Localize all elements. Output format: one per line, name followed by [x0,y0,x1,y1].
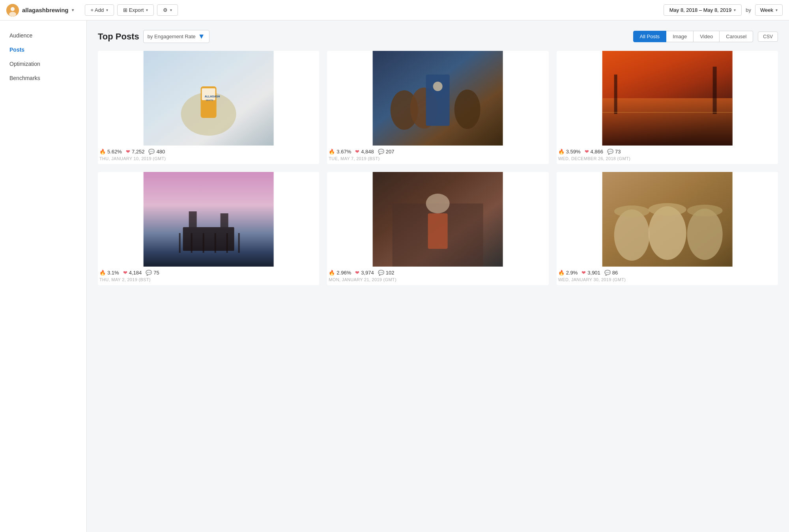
post-card[interactable]: 🔥 3.59% ❤ 4,866 💬 73 WED, DECEMBER 26, 2… [557,51,778,164]
comments-value: 73 [615,149,621,155]
engagement-stat: 🔥 2.9% [558,270,578,276]
fire-icon: 🔥 [558,149,565,155]
comment-icon: 💬 [607,149,613,155]
heart-icon: ❤ [585,149,589,155]
brand-caret: ▾ [72,8,74,12]
post-image-wrapper [98,172,319,267]
post-image-wrapper [557,51,778,146]
likes-value: 3,901 [587,270,600,276]
main-content: Top Posts by Engagement Rate ▼ All Posts… [87,21,789,532]
brand-area[interactable]: allagashbrewing ▾ [6,4,74,17]
engagement-stat: 🔥 3.1% [99,270,119,276]
sidebar-item-posts[interactable]: Posts [0,43,86,57]
comments-value: 86 [612,270,618,276]
post-stats: 🔥 2.9% ❤ 3,901 💬 86 [557,267,778,276]
heart-icon: ❤ [355,149,359,155]
post-date: TUE, MAY 7, 2019 (BST) [327,155,548,164]
tab-carousel[interactable]: Carousel [720,31,753,42]
csv-export-button[interactable]: CSV [758,32,778,42]
comments-stat: 💬 73 [607,149,621,155]
svg-rect-26 [203,233,204,253]
engagement-value: 5.62% [107,149,122,155]
week-selector[interactable]: Week ▾ [755,4,783,16]
post-image-wrapper [557,172,778,267]
brand-name: allagashbrewing [22,7,69,13]
engagement-stat: 🔥 5.62% [99,149,122,155]
comment-icon: 💬 [378,149,384,155]
svg-rect-25 [191,233,193,253]
topnav-right: May 8, 2018 – May 8, 2019 ▾ by Week ▾ [664,4,783,16]
post-card[interactable]: 🔥 3.67% ❤ 4,848 💬 207 TUE, MAY 7, 2019 (… [327,51,548,164]
tab-image[interactable]: Image [666,31,694,42]
svg-point-40 [687,205,722,217]
svg-point-2 [9,12,16,17]
svg-rect-17 [614,75,617,114]
post-date: THU, JANUARY 10, 2019 (GMT) [98,155,319,164]
sidebar-item-optimization[interactable]: Optimization [0,57,86,71]
post-card[interactable]: 🔥 3.1% ❤ 4,184 💬 75 THU, MAY 2, 2019 (BS… [98,172,319,285]
engagement-stat: 🔥 3.67% [329,149,351,155]
topnav-actions: + Add ▾ ⊞ Export ▾ ⚙ ▾ [85,4,178,16]
engagement-value: 3.59% [566,149,581,155]
heart-icon: ❤ [123,270,127,276]
main-layout: Audience Posts Optimization Benchmarks T… [0,21,789,532]
filter-caret: ▼ [198,32,205,41]
post-date: THU, MAY 2, 2019 (BST) [98,276,319,285]
likes-value: 4,866 [591,149,604,155]
sidebar-item-audience[interactable]: Audience [0,28,86,43]
likes-stat: ❤ 4,184 [123,270,142,276]
post-stats: 🔥 3.67% ❤ 4,848 💬 207 [327,146,548,155]
svg-rect-20 [144,172,274,267]
svg-point-39 [648,203,686,216]
engagement-stat: 🔥 3.59% [558,149,581,155]
likes-value: 4,184 [129,270,142,276]
comment-icon: 💬 [604,270,611,276]
fire-icon: 🔥 [99,149,106,155]
svg-point-14 [433,82,443,91]
engagement-value: 3.1% [107,270,119,276]
filter-tabs-group: All Posts Image Video Carousel [633,31,753,42]
page-title: Top Posts [98,32,139,42]
svg-rect-29 [238,233,240,253]
avatar [6,4,19,17]
sidebar-item-benchmarks[interactable]: Benchmarks [0,71,86,85]
svg-rect-33 [428,213,448,249]
date-range-picker[interactable]: May 8, 2018 – May 8, 2019 ▾ [664,4,742,16]
heart-icon: ❤ [355,270,359,276]
comments-value: 102 [386,270,394,276]
svg-text:ALLAGASH: ALLAGASH [205,95,220,98]
tab-all-posts[interactable]: All Posts [633,31,667,42]
likes-stat: ❤ 3,901 [581,270,600,276]
likes-value: 7,252 [132,149,145,155]
heart-icon: ❤ [126,149,130,155]
comments-value: 480 [156,149,165,155]
post-card[interactable]: 🔥 2.9% ❤ 3,901 💬 86 WED, JANUARY 30, 201… [557,172,778,285]
post-date: MON, JANUARY 21, 2019 (GMT) [327,276,548,285]
engagement-stat: 🔥 2.96% [329,270,351,276]
comments-value: 207 [386,149,394,155]
comments-stat: 💬 207 [378,149,394,155]
posts-grid: ALLAGASH WHITE 🔥 5.62% ❤ 7,252 💬 480 THU… [98,51,778,285]
likes-stat: ❤ 3,974 [355,270,374,276]
tab-video[interactable]: Video [694,31,720,42]
comments-stat: 💬 480 [148,149,165,155]
post-stats: 🔥 5.62% ❤ 7,252 💬 480 [98,146,319,155]
export-button[interactable]: ⊞ Export ▾ [117,4,154,16]
add-button[interactable]: + Add ▾ [85,4,114,16]
post-date: WED, JANUARY 30, 2019 (GMT) [557,276,778,285]
svg-rect-28 [226,233,228,253]
date-range-label: May 8, 2018 – May 8, 2019 [669,7,732,13]
svg-rect-18 [712,67,716,114]
svg-point-1 [11,7,15,11]
post-card[interactable]: ALLAGASH WHITE 🔥 5.62% ❤ 7,252 💬 480 THU… [98,51,319,164]
svg-rect-6 [202,88,215,100]
svg-rect-24 [179,233,181,253]
settings-button[interactable]: ⚙ ▾ [157,4,178,16]
engagement-filter-dropdown[interactable]: by Engagement Rate ▼ [143,30,209,43]
svg-point-32 [426,194,450,213]
engagement-value: 2.96% [337,270,351,276]
likes-value: 3,974 [361,270,374,276]
svg-rect-19 [602,112,732,113]
fire-icon: 🔥 [99,270,106,276]
post-card[interactable]: 🔥 2.96% ❤ 3,974 💬 102 MON, JANUARY 21, 2… [327,172,548,285]
